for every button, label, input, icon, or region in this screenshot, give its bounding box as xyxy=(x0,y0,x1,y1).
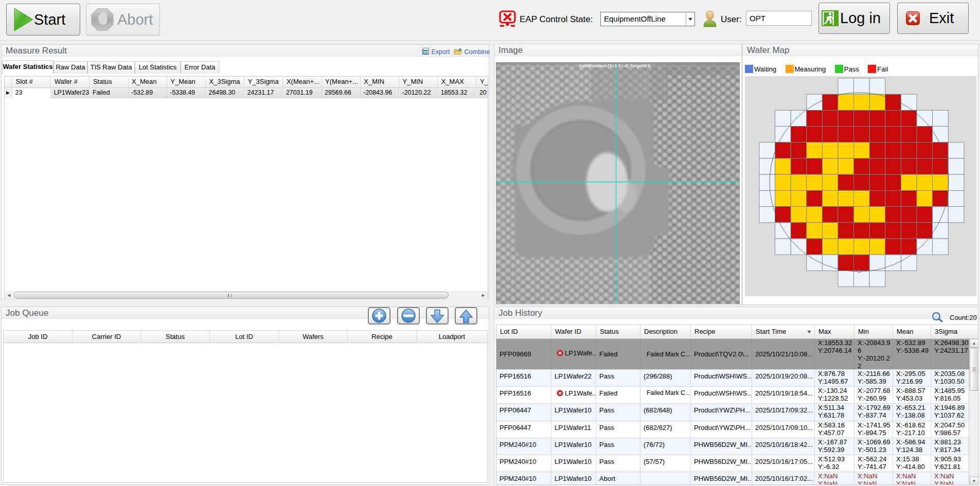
svg-text:CSV: CSV xyxy=(422,50,429,54)
svg-text:FieldPosition:(X=1 Y=-4) Targe: FieldPosition:(X=1 Y=-4) TargetId:9 xyxy=(579,63,651,68)
